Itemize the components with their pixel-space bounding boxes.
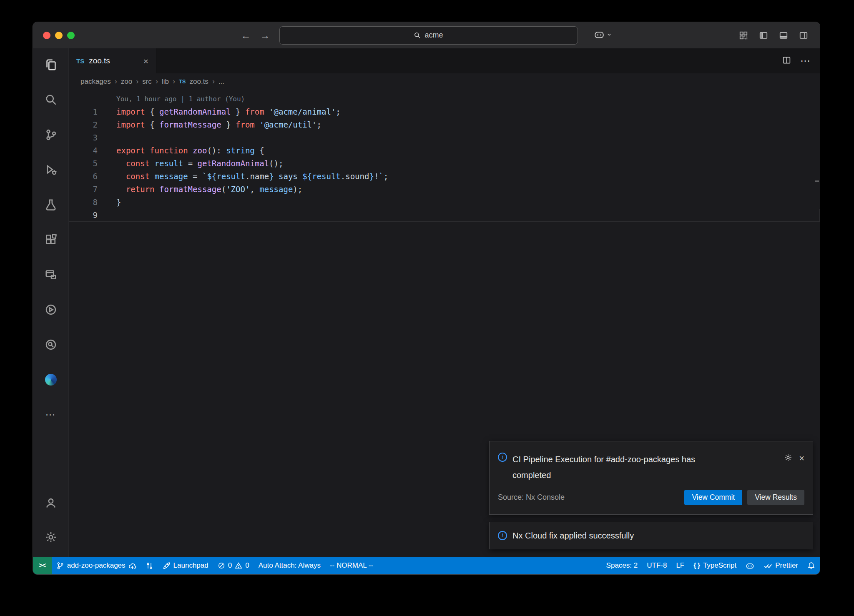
- editor-more-actions-icon[interactable]: ⋯: [800, 55, 811, 67]
- window-controls: [33, 32, 75, 39]
- copilot-icon: [594, 29, 605, 42]
- indentation-item[interactable]: Spaces: 2: [602, 557, 643, 574]
- copilot-menu[interactable]: [594, 29, 612, 42]
- edge-devtools-icon[interactable]: [45, 373, 57, 386]
- code-line-6[interactable]: 6 const message = `${result.name} says $…: [69, 170, 820, 183]
- explorer-icon[interactable]: [45, 58, 57, 71]
- language-label: TypeScript: [703, 561, 736, 570]
- accounts-icon[interactable]: [45, 497, 57, 509]
- language-mode-item[interactable]: { } TypeScript: [689, 557, 741, 574]
- line-number: 7: [69, 183, 98, 196]
- notification-message: Nx Cloud fix applied successfully: [512, 531, 634, 541]
- launchpad-item[interactable]: Launchpad: [158, 557, 213, 574]
- forward-icon[interactable]: →: [260, 30, 270, 40]
- breadcrumb: packages › zoo › src › lib › TS zoo.ts ›…: [69, 73, 820, 90]
- toggle-primary-sidebar-icon[interactable]: [759, 31, 768, 40]
- desktop: { "colors": { "statusbar_bg": "#0078d4",…: [0, 0, 854, 616]
- breadcrumb-item[interactable]: lib: [162, 78, 169, 86]
- extensions-icon[interactable]: [45, 233, 57, 246]
- activity-bar: ⋯: [33, 48, 69, 557]
- notification-center: i CI Pipeline Execution for #add-zoo-pac…: [489, 441, 813, 549]
- testing-icon[interactable]: [45, 198, 57, 211]
- commit-graph-item[interactable]: [141, 557, 158, 574]
- toggle-panel-icon[interactable]: [779, 31, 788, 40]
- notification-close-icon[interactable]: ×: [799, 454, 804, 463]
- notification-toast: i Nx Cloud fix applied successfully: [489, 522, 813, 549]
- code-line-3[interactable]: 3: [69, 131, 820, 144]
- run-debug-icon[interactable]: [45, 163, 57, 176]
- encoding-label: UTF-8: [647, 561, 667, 570]
- back-icon[interactable]: ←: [241, 30, 251, 40]
- settings-gear-icon[interactable]: [45, 531, 57, 543]
- bell-icon: [807, 562, 815, 570]
- notification-toast: i CI Pipeline Execution for #add-zoo-pac…: [489, 441, 813, 515]
- vim-mode-item[interactable]: -- NORMAL --: [325, 557, 378, 574]
- typescript-file-icon: TS: [179, 78, 186, 85]
- search-icon: [414, 32, 421, 39]
- view-commit-button[interactable]: View Commit: [684, 490, 742, 505]
- git-blame-lens[interactable]: You, 1 hour ago | 1 author (You): [116, 93, 820, 105]
- minimize-window-button[interactable]: [55, 32, 63, 39]
- code-text: const result = getRandomAnimal();: [98, 157, 283, 170]
- search-sidebar-icon[interactable]: [45, 93, 57, 106]
- split-editor-icon[interactable]: [782, 56, 791, 66]
- code-text: import { getRandomAnimal } from '@acme/a…: [98, 105, 341, 118]
- remote-indicator[interactable]: ><: [33, 557, 52, 574]
- error-count: 0: [228, 561, 232, 570]
- eol-label: LF: [676, 561, 684, 570]
- code-line-5[interactable]: 5 const result = getRandomAnimal();: [69, 157, 820, 170]
- code-line-9[interactable]: 9: [69, 209, 820, 222]
- code-line-4[interactable]: 4export function zoo(): string {: [69, 144, 820, 157]
- overview-ruler-mark: [815, 180, 819, 182]
- copilot-status-item[interactable]: [741, 557, 759, 574]
- code-line-7[interactable]: 7 return formatMessage('ZOO', message);: [69, 183, 820, 196]
- error-circle-icon: [218, 562, 225, 569]
- close-window-button[interactable]: [43, 32, 50, 39]
- breadcrumb-item[interactable]: ...: [219, 78, 224, 86]
- code-line-1[interactable]: 1import { getRandomAnimal } from '@acme/…: [69, 105, 820, 118]
- close-tab-icon[interactable]: ×: [143, 57, 148, 65]
- launchpad-label: Launchpad: [173, 561, 208, 570]
- breadcrumb-item[interactable]: zoo: [121, 78, 132, 86]
- code-text: const message = `${result.name} says ${r…: [98, 170, 388, 183]
- more-tools-icon[interactable]: ⋯: [45, 408, 57, 421]
- notifications-bell-item[interactable]: [803, 557, 820, 574]
- remote-explorer-icon[interactable]: [45, 268, 57, 281]
- code-text: }: [98, 196, 121, 209]
- chevron-right-icon: ›: [212, 77, 215, 86]
- eol-item[interactable]: LF: [671, 557, 689, 574]
- titlebar: ← → acme: [33, 22, 820, 48]
- line-number: 4: [69, 144, 98, 157]
- double-check-icon: [764, 561, 772, 570]
- command-center-search[interactable]: acme: [279, 26, 578, 45]
- notification-settings-icon[interactable]: [784, 453, 792, 463]
- line-number: 3: [69, 131, 98, 144]
- zoom-window-button[interactable]: [67, 32, 75, 39]
- problems-item[interactable]: 0 0: [213, 557, 254, 574]
- vim-mode-label: -- NORMAL --: [330, 561, 373, 570]
- line-number: 9: [69, 209, 98, 222]
- info-icon: i: [498, 453, 507, 462]
- view-results-button[interactable]: View Results: [747, 490, 804, 505]
- breadcrumb-item[interactable]: src: [142, 78, 152, 86]
- formatter-item[interactable]: Prettier: [759, 557, 803, 574]
- git-branch-item[interactable]: add-zoo-packages: [52, 557, 141, 574]
- chevron-right-icon: ›: [115, 77, 117, 86]
- live-preview-icon[interactable]: [45, 338, 57, 351]
- auto-attach-item[interactable]: Auto Attach: Always: [254, 557, 325, 574]
- notification-source: Source: Nx Console: [498, 493, 565, 502]
- encoding-item[interactable]: UTF-8: [642, 557, 671, 574]
- auto-attach-label: Auto Attach: Always: [259, 561, 321, 570]
- breadcrumb-item[interactable]: packages: [80, 78, 111, 86]
- toggle-secondary-sidebar-icon[interactable]: [799, 31, 808, 40]
- nx-console-icon[interactable]: [45, 303, 57, 316]
- tab-zoo-ts[interactable]: TS zoo.ts ×: [69, 48, 156, 73]
- customize-layout-icon[interactable]: [739, 31, 748, 40]
- source-control-icon[interactable]: [45, 128, 57, 141]
- copilot-icon: [746, 561, 754, 570]
- code-line-2[interactable]: 2import { formatMessage } from '@acme/ut…: [69, 118, 820, 131]
- breadcrumb-item[interactable]: zoo.ts: [190, 78, 208, 86]
- code-line-8[interactable]: 8}: [69, 196, 820, 209]
- warning-count: 0: [245, 561, 249, 570]
- typescript-file-icon: TS: [76, 58, 84, 65]
